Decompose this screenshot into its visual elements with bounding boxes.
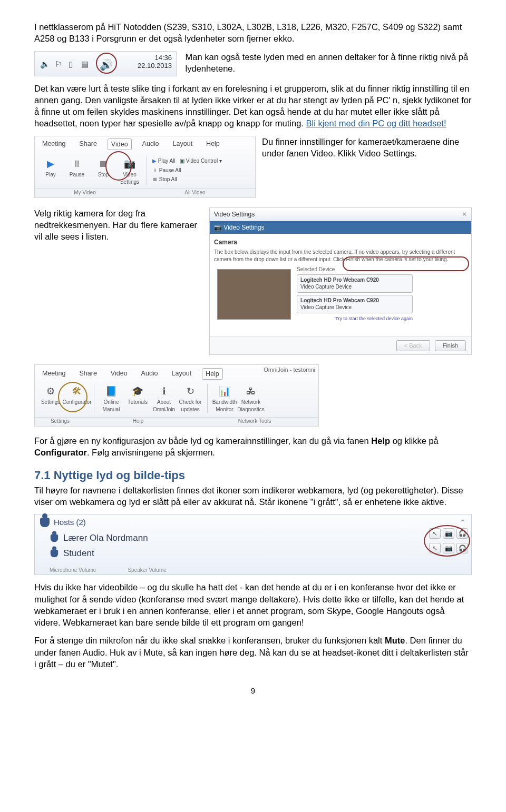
video-settings-row: Meeting Share Video Audio Layout Help ▶P…: [34, 136, 472, 198]
tab-help[interactable]: Help: [203, 138, 223, 151]
h-tab-layout[interactable]: Layout: [169, 368, 195, 380]
tips-paragraph-1: Til høyre for navnene i deltakerlisten f…: [34, 484, 472, 508]
video-settings-instruction: Du finner innstillinger for kameraet/kam…: [262, 136, 472, 160]
group-my-video: My Video: [35, 189, 135, 196]
bandwidth-button[interactable]: 📊BandwidthMonitor: [213, 384, 236, 413]
tray-and-text-row: 🔈 ⚐ ▯ ▤ 🔊 14:36 22.10.2013 Man kan også …: [34, 51, 472, 76]
tab-video[interactable]: Video: [108, 138, 132, 151]
body-paragraph-2: Det kan være lurt å teste slike ting i f…: [34, 83, 472, 130]
window-title: OmniJoin - testomni: [264, 366, 315, 374]
h-tab-help[interactable]: Help: [202, 368, 223, 380]
help-toolbar-screenshot: OmniJoin - testomni Meeting Share Video …: [34, 364, 319, 427]
video-settings-dialog: Video Settings✕ 📷 Video Settings Camera …: [209, 207, 472, 355]
tips-paragraph-2: Hvis du ikke har videobilde – og du skul…: [34, 581, 472, 628]
pause-button[interactable]: ⏸Pause: [65, 156, 89, 185]
person-icon: [40, 518, 50, 527]
toolbar-tabs: Meeting Share Video Audio Layout Help: [35, 136, 255, 153]
dialog-buttons: < Back Finish: [210, 336, 471, 354]
group-settings: Settings: [35, 418, 85, 425]
camera-section-label: Camera: [214, 238, 467, 246]
close-icon[interactable]: ✕: [462, 210, 467, 219]
page-number: 9: [34, 686, 472, 696]
tray-aside-text: Man kan også teste lyden med en annen de…: [186, 51, 470, 75]
group-help: Help: [85, 418, 191, 425]
person-icon: [51, 534, 58, 542]
host-row-2[interactable]: Student: [35, 546, 471, 561]
retry-device-link[interactable]: Try to start the selected device again: [297, 315, 413, 322]
tray-date: 22.10.2013: [138, 62, 172, 70]
tray-clock: 14:36 22.10.2013: [138, 54, 172, 70]
tray-power-icon: ▤: [81, 59, 89, 70]
tab-audio[interactable]: Audio: [139, 138, 162, 151]
group-all-video: All Video: [135, 189, 255, 196]
system-tray-screenshot: 🔈 ⚐ ▯ ▤ 🔊 14:36 22.10.2013: [34, 51, 177, 76]
camera-pick-row: Velg riktig kamera for deg fra nedtrekke…: [34, 207, 472, 355]
tab-meeting[interactable]: Meeting: [39, 138, 69, 151]
highlight-ellipse-device: [343, 256, 469, 271]
help-instruction: For å gjøre en ny konfigurasjon av både …: [34, 435, 472, 459]
h-tab-meeting[interactable]: Meeting: [39, 368, 69, 380]
tutorials-button[interactable]: 🎓Tutorials: [126, 384, 149, 413]
mic-volume-label: Microphone Volume: [50, 567, 96, 574]
tray-time: 14:36: [138, 54, 172, 62]
highlight-circle-status-icons: [424, 525, 470, 557]
inline-hint-link[interactable]: Bli kjent med din PC og ditt headset!: [306, 118, 446, 128]
camera-pick-text: Velg riktig kamera for deg fra nedtrekke…: [34, 207, 203, 243]
host-row-1[interactable]: Lærer Ola Nordmann: [35, 531, 471, 546]
video-toolbar-screenshot: Meeting Share Video Audio Layout Help ▶P…: [34, 136, 256, 198]
h-tab-video[interactable]: Video: [108, 368, 131, 380]
dialog-band: 📷 Video Settings: [210, 221, 471, 234]
group-network: Network Tools: [191, 418, 318, 425]
finish-button[interactable]: Finish: [435, 340, 466, 351]
hosts-panel-screenshot: Hosts (2) ⌃ Lærer Ola Nordmann Student M…: [34, 514, 472, 575]
section-heading: 7.1 Nyttige lyd og bilde-tips: [34, 468, 472, 483]
highlight-circle-configurator: [58, 382, 87, 412]
stop-all-button[interactable]: ⏹ Stop All: [152, 176, 222, 183]
toolbar-items: ▶Play ⏸Pause ⏹Stop 📷VideoSettings ▶ Play…: [35, 152, 255, 185]
pause-all-button[interactable]: ⏸ Pause All: [152, 167, 222, 174]
tips-paragraph-3: For å stenge din mikrofon når du ikke sk…: [34, 635, 472, 670]
highlight-circle-video-settings: [105, 151, 132, 181]
tray-flag-icon: ⚐: [55, 59, 62, 70]
device-option-2[interactable]: Logitech HD Pro Webcam C920Video Capture…: [297, 295, 413, 313]
play-all-button[interactable]: ▶ Play All ▣ Video Control ▾: [152, 157, 222, 165]
dialog-titlebar: Video Settings✕: [210, 208, 471, 221]
intro-paragraph: I nettklasserom på HiT Notodden (S239, S…: [34, 21, 472, 45]
network-diag-button[interactable]: 🖧NetworkDiagnostics: [239, 384, 262, 413]
about-button[interactable]: ℹAboutOmniJoin: [152, 384, 176, 413]
chevron-up-icon[interactable]: ⌃: [460, 518, 466, 528]
tab-share[interactable]: Share: [76, 138, 100, 151]
spk-volume-label: Speaker Volume: [128, 567, 166, 574]
h-tab-share[interactable]: Share: [76, 368, 100, 380]
person-icon: [51, 550, 58, 557]
h-tab-audio[interactable]: Audio: [138, 368, 161, 380]
check-updates-button[interactable]: ↻Check forupdates: [179, 384, 202, 413]
online-manual-button[interactable]: 📘OnlineManual: [100, 384, 123, 413]
tray-volume-icon: 🔈: [40, 59, 50, 70]
hosts-header: Hosts (2) ⌃: [35, 514, 471, 530]
play-button[interactable]: ▶Play: [39, 156, 62, 185]
back-button[interactable]: < Back: [396, 340, 430, 351]
highlight-circle-speaker: [96, 53, 117, 74]
tab-layout[interactable]: Layout: [170, 138, 196, 151]
device-option-1[interactable]: Logitech HD Pro Webcam C920Video Capture…: [297, 274, 413, 293]
tray-network-icon: ▯: [69, 59, 73, 70]
camera-preview: [217, 269, 291, 320]
